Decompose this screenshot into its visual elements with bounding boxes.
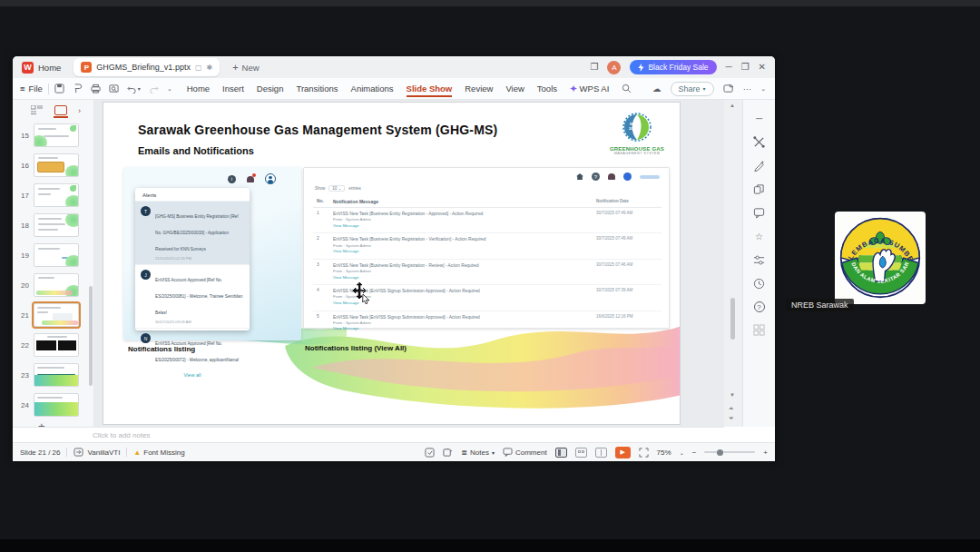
normal-view-button[interactable] bbox=[555, 448, 567, 458]
promo-button[interactable]: Black Friday Sale bbox=[630, 60, 716, 74]
thumbnail-19[interactable]: 19 bbox=[13, 243, 91, 267]
save-icon[interactable] bbox=[54, 84, 64, 94]
help-icon[interactable]: ? bbox=[754, 301, 765, 312]
redo-icon[interactable] bbox=[149, 84, 159, 94]
minimize-button[interactable]: ─ bbox=[726, 63, 732, 72]
collapse-panel-icon[interactable]: › bbox=[78, 106, 81, 115]
scroll-down-icon[interactable]: ▼ bbox=[730, 392, 735, 398]
objects-icon[interactable] bbox=[753, 183, 765, 195]
comment-button[interactable]: Comment bbox=[503, 448, 547, 457]
tabs-overview-icon[interactable]: ❐ bbox=[590, 63, 598, 72]
thumbnail-21-selected[interactable]: 21 bbox=[13, 303, 91, 327]
new-tab-button[interactable]: + New bbox=[232, 62, 259, 73]
notes-toggle[interactable]: ≣ Notes▾ bbox=[461, 448, 495, 457]
scrollbar-thumb[interactable] bbox=[730, 298, 735, 340]
thumbnail-scrollbar[interactable] bbox=[89, 286, 93, 386]
page-size-select: 10 ⌄ bbox=[328, 185, 345, 192]
zoom-dropdown-icon[interactable]: ⌄ bbox=[680, 449, 684, 456]
share-button[interactable]: Share▾ bbox=[671, 82, 714, 96]
meeting-stage: W Home P GHGMS_Briefing_v1.pptx ▢ ✱ + Ne… bbox=[0, 0, 980, 552]
close-button[interactable]: ✕ bbox=[759, 63, 766, 72]
zoom-slider[interactable] bbox=[704, 451, 755, 453]
col-message: Notification Message bbox=[333, 199, 596, 204]
export-pdf-icon[interactable] bbox=[73, 84, 83, 94]
collapse-sidebar-icon[interactable]: ─ bbox=[753, 113, 765, 124]
view-message-link: View Message bbox=[333, 326, 596, 332]
canvas-scrollbar[interactable]: ▲ ▼ ⏶ ⏷ bbox=[724, 100, 742, 427]
menu-transitions[interactable]: Transitions bbox=[296, 80, 338, 97]
slide-view-icon[interactable] bbox=[54, 105, 67, 115]
menu-insert[interactable]: Insert bbox=[222, 80, 244, 97]
menu-review[interactable]: Review bbox=[465, 80, 493, 97]
user-avatar[interactable]: A bbox=[607, 61, 621, 74]
print-preview-icon[interactable] bbox=[109, 84, 119, 94]
thumbnail-15[interactable]: 15 bbox=[13, 123, 91, 147]
notification-badge bbox=[252, 173, 256, 177]
thumbnail-22[interactable]: 22 bbox=[13, 333, 91, 357]
home-tab[interactable]: W Home bbox=[13, 56, 74, 78]
thumbnail-23[interactable]: 23 bbox=[13, 363, 91, 387]
menu-view[interactable]: View bbox=[505, 80, 524, 97]
apps-grid-icon[interactable] bbox=[753, 324, 765, 336]
comments-panel-icon[interactable] bbox=[753, 207, 765, 219]
tab-window-icon[interactable]: ▢ bbox=[195, 64, 202, 72]
menu-slide-show[interactable]: Slide Show bbox=[407, 80, 453, 97]
design-assistant-icon[interactable] bbox=[753, 160, 765, 172]
search-icon[interactable] bbox=[622, 84, 632, 94]
history-icon[interactable] bbox=[753, 278, 765, 290]
table-row: 5 EnVISS New Task [EnVISS Signup Submiss… bbox=[313, 311, 662, 336]
lightning-icon bbox=[638, 64, 644, 72]
menu-wps-ai[interactable]: ✦ WPS AI bbox=[570, 80, 609, 97]
thumbnail-17[interactable]: 17 bbox=[13, 183, 91, 207]
zoom-level[interactable]: 75% bbox=[657, 448, 671, 457]
slide-21[interactable]: Sarawak Greenhouse Gas Management System… bbox=[103, 102, 681, 425]
notes-icon: ≣ bbox=[461, 448, 467, 457]
task-window-icon[interactable] bbox=[723, 84, 734, 94]
collapse-ribbon-icon[interactable]: ⌄ bbox=[760, 85, 766, 93]
star-resources-icon[interactable]: ☆ bbox=[753, 231, 765, 242]
next-slide-button[interactable]: ⏷ bbox=[729, 415, 734, 422]
participant-video-tile[interactable]: LEMBAGA SUMBER ASLI DAN ALAM SEKITAR SAR… bbox=[835, 212, 926, 304]
slide-sorter-button[interactable] bbox=[575, 448, 587, 458]
zoom-out-button[interactable]: − bbox=[692, 448, 697, 457]
settings-sliders-icon[interactable] bbox=[753, 254, 765, 266]
document-tab[interactable]: P GHGMS_Briefing_v1.pptx ▢ ✱ bbox=[74, 58, 220, 76]
slideshow-play-button[interactable]: ▶ bbox=[615, 447, 631, 458]
print-icon[interactable] bbox=[91, 84, 101, 94]
fullscreen-icon[interactable] bbox=[639, 448, 649, 458]
plus-icon: + bbox=[232, 62, 238, 73]
outline-view-icon[interactable] bbox=[31, 105, 44, 115]
theme-name[interactable]: VanillaVTI bbox=[87, 448, 120, 457]
thumbnail-16[interactable]: 16 bbox=[13, 153, 91, 177]
info-icon: i bbox=[228, 175, 236, 183]
tools-icon[interactable] bbox=[753, 136, 765, 148]
more-options-icon[interactable]: ··· bbox=[743, 84, 752, 94]
menu-design[interactable]: Design bbox=[257, 80, 284, 97]
scroll-up-icon[interactable]: ▲ bbox=[730, 103, 735, 108]
menu-animations[interactable]: Animations bbox=[351, 80, 394, 97]
titlebar: W Home P GHGMS_Briefing_v1.pptx ▢ ✱ + Ne… bbox=[13, 56, 775, 78]
notes-bar[interactable]: Click to add notes bbox=[13, 427, 724, 442]
reading-view-button[interactable] bbox=[595, 448, 607, 458]
user-avatar-icon bbox=[623, 172, 632, 181]
theme-icon bbox=[74, 448, 83, 457]
zoom-in-button[interactable]: + bbox=[763, 448, 768, 457]
alert-item: J EnVISS Account Approved [Ref No. ES/20… bbox=[135, 265, 250, 329]
notes-placeholder: Click to add notes bbox=[93, 431, 151, 439]
spellcheck-icon[interactable] bbox=[425, 448, 435, 458]
toolbar-more-icon[interactable]: ⌄ bbox=[167, 85, 172, 93]
menu-tools[interactable]: Tools bbox=[537, 80, 557, 97]
handout-master-icon[interactable] bbox=[443, 448, 453, 458]
previous-slide-button[interactable]: ⏶ bbox=[729, 405, 734, 412]
zoom-slider-handle[interactable] bbox=[717, 449, 723, 456]
thumbnail-24[interactable]: 24 bbox=[13, 393, 91, 417]
menu-home[interactable]: Home bbox=[187, 80, 210, 97]
thumbnail-20[interactable]: 20 bbox=[13, 273, 91, 297]
undo-button[interactable]: ▾ bbox=[127, 84, 141, 94]
cloud-sync-icon[interactable]: ☁ bbox=[652, 84, 662, 94]
comment-icon bbox=[503, 448, 513, 457]
thumbnail-18[interactable]: 18 bbox=[13, 213, 91, 237]
font-missing-warning[interactable]: Font Missing bbox=[143, 448, 184, 457]
restore-button[interactable]: ❐ bbox=[741, 63, 750, 72]
file-menu[interactable]: ≡ File bbox=[20, 84, 43, 94]
